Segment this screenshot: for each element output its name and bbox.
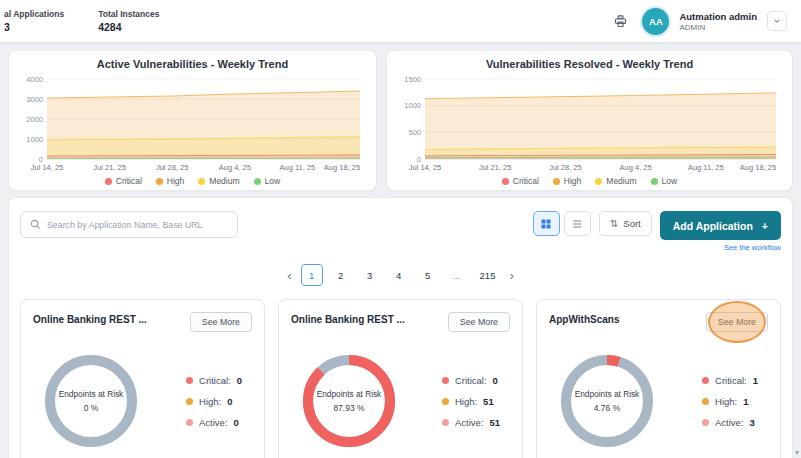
grid-view-button[interactable] [533, 211, 560, 236]
legend-item-medium: Medium [595, 176, 636, 186]
stat-label: Critical: [455, 375, 487, 386]
avatar[interactable]: AA [642, 8, 669, 35]
legend-label: Critical [513, 176, 539, 186]
topbar-stats: al Applications 3 Total Instances 4284 [4, 9, 159, 33]
svg-text:4000: 4000 [26, 75, 43, 84]
legend-item-critical: Critical [502, 176, 539, 186]
donut-value: 4.76 % [594, 403, 620, 413]
legend-item-high: High [156, 176, 184, 186]
add-application-button[interactable]: Add Application + [660, 211, 781, 240]
application-card: Online Banking REST ... See More Endpoin… [278, 299, 523, 458]
svg-text:500: 500 [408, 128, 421, 137]
see-more-button[interactable]: See More [706, 312, 768, 332]
view-toggle [533, 211, 591, 236]
low-dot-icon [254, 178, 261, 185]
stat-value: 1 [753, 375, 758, 386]
add-application-area: Add Application + See the workflow [660, 211, 781, 252]
sort-label: Sort [623, 218, 640, 229]
user-menu-chevron-down-icon[interactable] [767, 11, 787, 31]
donut-center: Endpoints at Risk 87.93 % [297, 349, 401, 453]
svg-text:Aug 11, 25: Aug 11, 25 [280, 163, 316, 172]
page-button[interactable]: 1 [301, 264, 323, 286]
svg-text:Jul 28, 25: Jul 28, 25 [549, 163, 582, 172]
stat-total-applications: al Applications 3 [4, 9, 64, 33]
stat-label: Critical: [199, 375, 231, 386]
chart-legend: Critical High Medium Low [395, 176, 784, 186]
stat-label: High: [199, 396, 221, 407]
stat-value: 1 [743, 396, 748, 407]
grid-view-icon [540, 218, 552, 230]
card-stats: Critical:1 High:1 Active:3 [702, 375, 758, 428]
see-more-button[interactable]: See More [448, 312, 510, 332]
legend-label: Low [662, 176, 678, 186]
card-body: Endpoints at Risk 87.93 % Critical:0 Hig… [291, 349, 510, 453]
scrollbar-down-arrow-icon[interactable]: ▾ [795, 448, 799, 457]
user-info: Autmation admin ADMIN [679, 11, 757, 32]
legend-item-critical: Critical [105, 176, 142, 186]
scan-icon[interactable] [608, 9, 632, 33]
stat-value: 0 [227, 396, 232, 407]
see-more-wrap: See More [448, 311, 510, 332]
stat-label: al Applications [4, 9, 64, 19]
pagination: ‹ 1 2 3 4 5 ... 215 › [20, 264, 781, 286]
donut-label: Endpoints at Risk [575, 389, 640, 399]
page-button[interactable]: 5 [417, 264, 439, 286]
prev-page-chevron-icon[interactable]: ‹ [285, 268, 293, 283]
legend-label: High [167, 176, 184, 186]
search-box [20, 211, 238, 238]
medium-dot-icon [595, 178, 602, 185]
endpoints-at-risk-donut: Endpoints at Risk 87.93 % [297, 349, 401, 453]
active-dot-icon [442, 419, 449, 426]
stat-total-instances: Total Instances 4284 [98, 9, 159, 33]
card-body: Endpoints at Risk 0 % Critical:0 High:0 … [33, 349, 252, 453]
high-dot-icon [442, 398, 449, 405]
svg-text:Jul 21, 25: Jul 21, 25 [93, 163, 126, 172]
endpoints-at-risk-donut: Endpoints at Risk 0 % [39, 349, 143, 453]
low-dot-icon [651, 178, 658, 185]
svg-text:1000: 1000 [404, 101, 421, 110]
card-stats: Critical:0 High:51 Active:51 [442, 375, 500, 428]
svg-text:Jul 14, 25: Jul 14, 25 [409, 163, 442, 172]
chart-card-vulnerabilities-resolved: Vulnerabilities Resolved - Weekly Trend … [386, 50, 793, 191]
medium-dot-icon [198, 178, 205, 185]
stat-value: 4284 [98, 21, 159, 33]
critical-dot-icon [502, 178, 509, 185]
chart-title: Vulnerabilities Resolved - Weekly Trend [395, 58, 784, 70]
see-workflow-link[interactable]: See the workflow [724, 243, 781, 252]
see-more-button[interactable]: See More [190, 312, 252, 332]
next-page-chevron-icon[interactable]: › [507, 268, 515, 283]
svg-text:1000: 1000 [26, 135, 43, 144]
search-input[interactable] [47, 220, 228, 230]
page-button[interactable]: 215 [475, 264, 501, 286]
vulnerabilities-resolved-chart: 050010001500Jul 14, 25Jul 21, 25Jul 28, … [395, 73, 784, 173]
stat-label: High: [455, 396, 477, 407]
donut-center: Endpoints at Risk 4.76 % [555, 349, 659, 453]
endpoints-at-risk-donut: Endpoints at Risk 4.76 % [555, 349, 659, 453]
page-button[interactable]: 3 [359, 264, 381, 286]
list-view-button[interactable] [564, 211, 591, 236]
plus-icon: + [762, 220, 768, 232]
page-button[interactable]: 4 [388, 264, 410, 286]
stat-active: Active:51 [442, 417, 500, 428]
application-card: AppWithScans See More Endpoints at Risk … [536, 299, 781, 458]
list-view-icon [571, 218, 583, 230]
user-area: AA Autmation admin ADMIN [608, 8, 787, 35]
stat-value: 3 [4, 21, 64, 33]
card-header: Online Banking REST ... See More [291, 311, 510, 332]
page-button[interactable]: 2 [330, 264, 352, 286]
application-title: AppWithScans [549, 311, 619, 325]
sort-button[interactable]: ⇅ Sort [599, 211, 652, 236]
stat-value: 0 [493, 375, 498, 386]
critical-dot-icon [186, 377, 193, 384]
legend-label: High [564, 176, 581, 186]
high-dot-icon [702, 398, 709, 405]
stat-high: High:1 [702, 396, 758, 407]
charts-row: Active Vulnerabilities - Weekly Trend 01… [0, 42, 801, 197]
applications-toolbar: ⇅ Sort Add Application + See the workflo… [20, 211, 781, 252]
legend-label: Medium [209, 176, 239, 186]
critical-dot-icon [702, 377, 709, 384]
stat-high: High:0 [186, 396, 242, 407]
add-application-label: Add Application [673, 220, 753, 232]
legend-item-high: High [553, 176, 581, 186]
svg-text:2000: 2000 [26, 115, 43, 124]
